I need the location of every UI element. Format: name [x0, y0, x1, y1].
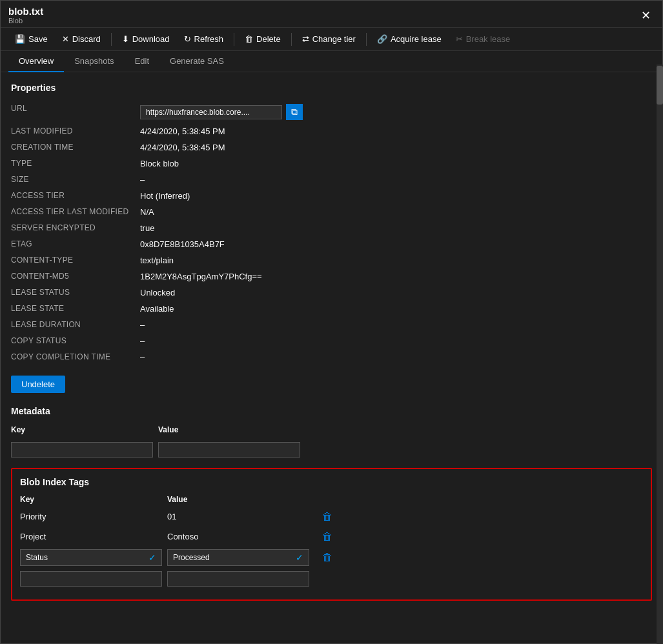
metadata-value-input[interactable] — [158, 442, 300, 458]
close-button[interactable]: ✕ — [637, 7, 655, 24]
blob-detail-window: blob.txt Blob ✕ 💾 Save ✕ Discard ⬇ Downl… — [0, 0, 663, 644]
metadata-section-title: Metadata — [11, 406, 652, 416]
delete-label: Delete — [256, 34, 281, 44]
prop-value-access-tier: Hot (Inferred) — [140, 188, 652, 204]
acquire-lease-button[interactable]: 🔗 Acquire lease — [371, 32, 448, 46]
prop-label-lease-status: LEASE STATUS — [11, 285, 140, 301]
index-row-project: Project Contoso 🗑 — [20, 529, 643, 544]
download-button[interactable]: ⬇ Download — [116, 32, 176, 46]
check-icon-value: ✓ — [296, 552, 303, 563]
properties-grid: URL ⧉ LAST MODIFIED 4/24/2020, 5:38:45 P… — [11, 101, 652, 365]
prop-value-creation-time: 4/24/2020, 5:38:45 PM — [140, 139, 652, 156]
separator-1 — [111, 33, 112, 46]
scrollbar-thumb[interactable] — [657, 66, 663, 105]
prop-label-size: SIZE — [11, 172, 140, 188]
save-button[interactable]: 💾 Save — [8, 32, 54, 46]
index-row-new — [20, 571, 643, 587]
blob-index-tags-title: Blob Index Tags — [20, 477, 643, 487]
scrollbar-track[interactable] — [657, 65, 663, 644]
download-label: Download — [132, 34, 170, 44]
prop-label-copy-status: COPY STATUS — [11, 333, 140, 349]
index-key-header: Key — [20, 495, 162, 504]
save-label: Save — [28, 34, 48, 44]
prop-value-last-modified: 4/24/2020, 5:38:45 PM — [140, 123, 652, 139]
break-lease-button[interactable]: ✂ Break lease — [449, 32, 517, 46]
save-icon: 💾 — [15, 34, 25, 44]
tab-generate-sas[interactable]: Generate SAS — [159, 51, 234, 72]
index-key-priority: Priority — [20, 509, 162, 524]
break-lease-label: Break lease — [466, 34, 511, 44]
delete-priority-button[interactable]: 🗑 — [314, 510, 340, 524]
separator-3 — [291, 33, 292, 46]
download-icon: ⬇ — [122, 34, 129, 44]
metadata-value-header: Value — [158, 423, 300, 437]
window-title: blob.txt — [8, 6, 43, 17]
prop-value-copy-completion: – — [140, 349, 652, 365]
index-value-project: Contoso — [167, 529, 309, 544]
prop-label-copy-completion: COPY COMPLETION TIME — [11, 349, 140, 365]
main-content: Properties URL ⧉ LAST MODIFIED 4/24/2020… — [1, 72, 662, 643]
properties-section-title: Properties — [11, 83, 652, 93]
copy-url-button[interactable]: ⧉ — [286, 104, 303, 120]
prop-label-access-tier-modified: ACCESS TIER LAST MODIFIED — [11, 204, 140, 220]
delete-button[interactable]: 🗑 Delete — [238, 32, 287, 46]
index-value-priority: 01 — [167, 509, 309, 524]
index-key-project: Project — [20, 529, 162, 544]
refresh-label: Refresh — [194, 34, 224, 44]
index-row-status: Status ✓ Processed ✓ 🗑 — [20, 549, 643, 566]
change-tier-label: Change tier — [312, 34, 356, 44]
tab-overview[interactable]: Overview — [8, 51, 64, 72]
trash-icon-priority: 🗑 — [322, 511, 332, 523]
prop-label-content-type: CONTENT-TYPE — [11, 252, 140, 268]
delete-project-button[interactable]: 🗑 — [314, 530, 340, 544]
prop-label-lease-state: LEASE STATE — [11, 301, 140, 317]
delete-status-button[interactable]: 🗑 — [314, 550, 340, 565]
index-col-headers: Key Value — [20, 495, 643, 504]
status-key-select[interactable]: Status ✓ — [20, 549, 162, 566]
prop-value-access-tier-modified: N/A — [140, 204, 652, 220]
prop-label-content-md5: CONTENT-MD5 — [11, 268, 140, 285]
prop-value-lease-status: Unlocked — [140, 285, 652, 301]
new-index-key-input[interactable] — [20, 571, 162, 587]
url-input[interactable] — [140, 105, 282, 119]
discard-button[interactable]: ✕ Discard — [56, 32, 107, 46]
window-subtitle: Blob — [8, 17, 43, 25]
prop-value-server-encrypted: true — [140, 220, 652, 236]
prop-label-type: TYPE — [11, 156, 140, 172]
prop-label-etag: ETAG — [11, 236, 140, 252]
refresh-icon: ↻ — [184, 34, 191, 44]
prop-label-creation-time: CREATION TIME — [11, 139, 140, 156]
new-index-value-input[interactable] — [167, 571, 309, 587]
prop-value-copy-status: – — [140, 333, 652, 349]
change-tier-button[interactable]: ⇄ Change tier — [296, 32, 362, 46]
prop-value-content-md5: 1B2M2Y8AsgTpgAmY7PhCfg== — [140, 268, 652, 285]
tab-edit[interactable]: Edit — [125, 51, 159, 72]
discard-icon: ✕ — [62, 34, 69, 44]
blob-index-tags-section: Blob Index Tags Key Value Priority 01 🗑 … — [11, 468, 652, 601]
status-value-select[interactable]: Processed ✓ — [167, 549, 309, 566]
metadata-grid: Key Value — [11, 423, 652, 458]
separator-2 — [234, 33, 234, 46]
undelete-button[interactable]: Undelete — [11, 376, 65, 393]
prop-label-url: URL — [11, 101, 140, 123]
prop-value-etag: 0x8D7E8B1035A4B7F — [140, 236, 652, 252]
change-tier-icon: ⇄ — [302, 34, 309, 44]
title-info: blob.txt Blob — [8, 6, 43, 25]
prop-value-content-type: text/plain — [140, 252, 652, 268]
metadata-key-header: Key — [11, 423, 153, 437]
prop-label-lease-duration: LEASE DURATION — [11, 317, 140, 333]
prop-value-size: – — [140, 172, 652, 188]
tab-snapshots[interactable]: Snapshots — [64, 51, 124, 72]
separator-4 — [366, 33, 367, 46]
discard-label: Discard — [72, 34, 101, 44]
trash-icon-status: 🗑 — [322, 552, 332, 563]
tabs-bar: Overview Snapshots Edit Generate SAS — [1, 51, 662, 72]
metadata-key-input[interactable] — [11, 442, 153, 458]
url-container: ⧉ — [140, 104, 652, 120]
prop-label-access-tier: ACCESS TIER — [11, 188, 140, 204]
refresh-button[interactable]: ↻ Refresh — [178, 32, 230, 46]
index-row-priority: Priority 01 🗑 — [20, 509, 643, 524]
prop-label-server-encrypted: SERVER ENCRYPTED — [11, 220, 140, 236]
title-bar: blob.txt Blob ✕ — [1, 1, 662, 28]
acquire-lease-icon: 🔗 — [377, 34, 387, 44]
